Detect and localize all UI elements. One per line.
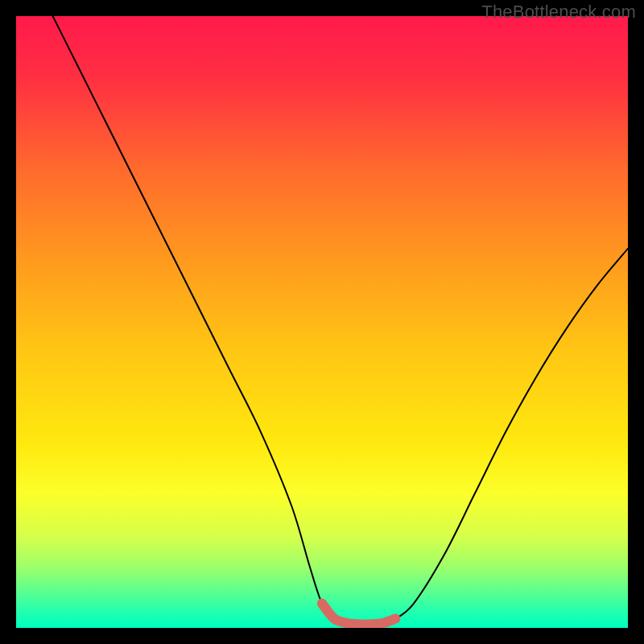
bottleneck-curve — [53, 16, 628, 625]
chart-frame: TheBottleneck.com — [0, 0, 644, 644]
valley-marker — [322, 604, 395, 625]
watermark-text: TheBottleneck.com — [481, 2, 636, 23]
plot-area — [16, 16, 628, 628]
curve-layer — [16, 16, 628, 628]
